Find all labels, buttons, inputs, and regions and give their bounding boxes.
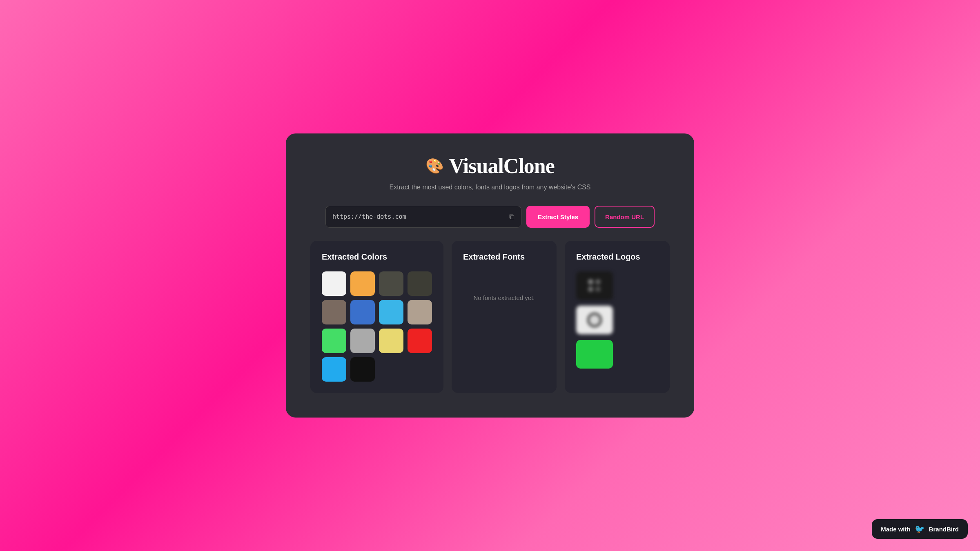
header: 🎨 VisualClone Extract the most used colo…: [310, 154, 670, 191]
color-swatch[interactable]: [322, 271, 346, 296]
color-swatch[interactable]: [350, 329, 375, 353]
brandbird-label: BrandBird: [929, 526, 959, 533]
clipboard-icon[interactable]: ⧉: [509, 213, 514, 221]
fonts-panel: Extracted Fonts No fonts extracted yet.: [452, 241, 557, 393]
color-swatch[interactable]: [322, 357, 346, 382]
logo-item-light[interactable]: [576, 306, 613, 334]
made-with-text: Made with: [881, 526, 911, 533]
color-swatch[interactable]: [379, 300, 403, 324]
colors-panel-title: Extracted Colors: [322, 252, 432, 262]
color-swatch[interactable]: [408, 300, 432, 324]
logo-item-dark[interactable]: [576, 271, 613, 300]
url-input-wrapper[interactable]: ⧉: [325, 206, 521, 228]
color-swatch[interactable]: [379, 329, 403, 353]
color-swatch[interactable]: [350, 271, 375, 296]
color-swatch[interactable]: [408, 329, 432, 353]
color-swatch[interactable]: [350, 300, 375, 324]
color-swatch[interactable]: [322, 329, 346, 353]
logo-row: 🎨 VisualClone: [310, 154, 670, 178]
palette-icon: 🎨: [425, 158, 444, 175]
colors-panel: Extracted Colors: [310, 241, 443, 393]
color-grid: [322, 271, 432, 382]
fonts-panel-title: Extracted Fonts: [463, 252, 545, 262]
brandbird-icon: 🐦: [915, 524, 925, 534]
color-swatch[interactable]: [379, 271, 403, 296]
logos-panel: Extracted Logos: [565, 241, 670, 393]
app-title: VisualClone: [449, 154, 555, 178]
color-swatch[interactable]: [408, 271, 432, 296]
color-swatch[interactable]: [350, 357, 375, 382]
app-window: 🎨 VisualClone Extract the most used colo…: [286, 133, 694, 418]
color-swatch[interactable]: [322, 300, 346, 324]
app-subtitle: Extract the most used colors, fonts and …: [310, 184, 670, 191]
fonts-empty-text: No fonts extracted yet.: [463, 294, 545, 301]
url-input[interactable]: [332, 213, 509, 220]
extract-styles-button[interactable]: Extract Styles: [526, 206, 590, 228]
brandbird-badge: Made with 🐦 BrandBird: [872, 519, 968, 539]
logos-panel-title: Extracted Logos: [576, 252, 658, 262]
url-row: ⧉ Extract Styles Random URL: [310, 206, 670, 228]
logo-item-green[interactable]: [576, 340, 613, 369]
logos-list: [576, 271, 658, 369]
random-url-button[interactable]: Random URL: [595, 206, 655, 228]
panels: Extracted Colors Extracted Fonts No font…: [310, 241, 670, 393]
